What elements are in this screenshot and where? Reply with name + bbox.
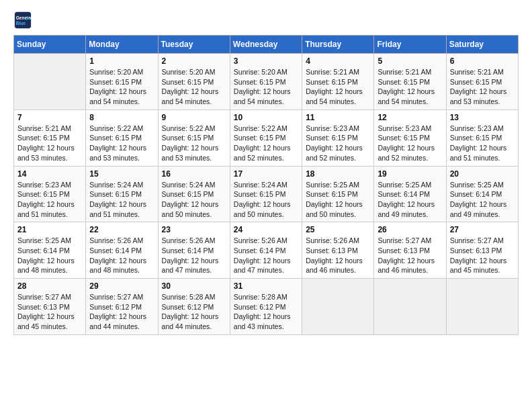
day-info: Sunrise: 5:28 AMSunset: 6:12 PMDaylight:…: [162, 292, 226, 332]
header-cell-monday: Monday: [86, 36, 158, 54]
day-number: 18: [306, 169, 370, 179]
day-info: Sunrise: 5:23 AMSunset: 6:15 PMDaylight:…: [450, 124, 515, 163]
day-info: Sunrise: 5:26 AMSunset: 6:14 PMDaylight:…: [162, 236, 226, 275]
day-number: 21: [17, 225, 82, 234]
day-number: 1: [89, 56, 154, 66]
day-cell: 14Sunrise: 5:23 AMSunset: 6:15 PMDayligh…: [14, 166, 86, 222]
day-number: 16: [162, 169, 226, 179]
header-cell-sunday: Sunday: [14, 36, 86, 54]
day-cell: 24Sunrise: 5:26 AMSunset: 6:14 PMDayligh…: [230, 222, 302, 279]
day-cell: 21Sunrise: 5:25 AMSunset: 6:14 PMDayligh…: [14, 222, 86, 279]
header-cell-thursday: Thursday: [302, 36, 374, 54]
day-info: Sunrise: 5:21 AMSunset: 6:15 PMDaylight:…: [450, 67, 515, 107]
day-info: Sunrise: 5:27 AMSunset: 6:13 PMDaylight:…: [450, 236, 515, 275]
calendar-table: SundayMondayTuesdayWednesdayThursdayFrid…: [13, 35, 519, 335]
day-number: 14: [17, 169, 82, 179]
day-info: Sunrise: 5:20 AMSunset: 6:15 PMDaylight:…: [234, 67, 298, 107]
header-cell-friday: Friday: [374, 36, 446, 54]
day-info: Sunrise: 5:21 AMSunset: 6:15 PMDaylight:…: [306, 67, 370, 107]
day-cell: 20Sunrise: 5:25 AMSunset: 6:14 PMDayligh…: [446, 166, 518, 222]
day-cell: 12Sunrise: 5:23 AMSunset: 6:15 PMDayligh…: [374, 109, 446, 166]
day-number: 3: [234, 56, 298, 66]
day-number: 25: [306, 225, 370, 234]
week-row-4: 21Sunrise: 5:25 AMSunset: 6:14 PMDayligh…: [14, 222, 519, 279]
day-info: Sunrise: 5:26 AMSunset: 6:14 PMDaylight:…: [234, 236, 298, 275]
day-cell: 27Sunrise: 5:27 AMSunset: 6:13 PMDayligh…: [446, 222, 518, 279]
day-info: Sunrise: 5:24 AMSunset: 6:15 PMDaylight:…: [162, 180, 226, 220]
day-number: 20: [450, 169, 515, 179]
day-cell: 6Sunrise: 5:21 AMSunset: 6:15 PMDaylight…: [446, 54, 518, 110]
svg-text:Blue: Blue: [16, 21, 26, 26]
day-number: 13: [450, 113, 515, 122]
day-info: Sunrise: 5:21 AMSunset: 6:15 PMDaylight:…: [17, 124, 82, 163]
header-row: SundayMondayTuesdayWednesdayThursdayFrid…: [14, 36, 519, 54]
header-cell-wednesday: Wednesday: [230, 36, 302, 54]
day-number: 6: [450, 56, 515, 66]
day-number: 19: [378, 169, 442, 179]
day-cell: 11Sunrise: 5:23 AMSunset: 6:15 PMDayligh…: [302, 109, 374, 166]
day-info: Sunrise: 5:23 AMSunset: 6:15 PMDaylight:…: [17, 180, 82, 220]
day-number: 9: [162, 113, 226, 122]
day-info: Sunrise: 5:25 AMSunset: 6:14 PMDaylight:…: [378, 180, 442, 220]
header: General Blue: [13, 11, 519, 30]
day-cell: 4Sunrise: 5:21 AMSunset: 6:15 PMDaylight…: [302, 54, 374, 110]
day-cell: 2Sunrise: 5:20 AMSunset: 6:15 PMDaylight…: [158, 54, 230, 110]
day-cell: 30Sunrise: 5:28 AMSunset: 6:12 PMDayligh…: [158, 279, 230, 335]
day-cell: 29Sunrise: 5:27 AMSunset: 6:12 PMDayligh…: [86, 279, 158, 335]
day-cell: 10Sunrise: 5:22 AMSunset: 6:15 PMDayligh…: [230, 109, 302, 166]
day-cell: 7Sunrise: 5:21 AMSunset: 6:15 PMDaylight…: [14, 109, 86, 166]
day-number: 31: [234, 281, 298, 291]
day-cell: 19Sunrise: 5:25 AMSunset: 6:14 PMDayligh…: [374, 166, 446, 222]
day-info: Sunrise: 5:26 AMSunset: 6:14 PMDaylight:…: [89, 236, 154, 275]
day-number: 30: [162, 281, 226, 291]
day-number: 26: [378, 225, 442, 234]
week-row-1: 1Sunrise: 5:20 AMSunset: 6:15 PMDaylight…: [14, 54, 519, 110]
day-cell: 1Sunrise: 5:20 AMSunset: 6:15 PMDaylight…: [86, 54, 158, 110]
day-cell: 31Sunrise: 5:28 AMSunset: 6:12 PMDayligh…: [230, 279, 302, 335]
day-number: 4: [306, 56, 370, 66]
day-number: 15: [89, 169, 154, 179]
day-number: 23: [162, 225, 226, 234]
day-number: 11: [306, 113, 370, 122]
day-number: 28: [17, 281, 82, 291]
day-info: Sunrise: 5:23 AMSunset: 6:15 PMDaylight:…: [378, 124, 442, 163]
day-info: Sunrise: 5:27 AMSunset: 6:13 PMDaylight:…: [378, 236, 442, 275]
day-cell: 8Sunrise: 5:22 AMSunset: 6:15 PMDaylight…: [86, 109, 158, 166]
day-number: 10: [234, 113, 298, 122]
day-cell: 18Sunrise: 5:25 AMSunset: 6:15 PMDayligh…: [302, 166, 374, 222]
day-info: Sunrise: 5:22 AMSunset: 6:15 PMDaylight:…: [162, 124, 226, 163]
day-info: Sunrise: 5:25 AMSunset: 6:14 PMDaylight:…: [450, 180, 515, 220]
day-cell: 26Sunrise: 5:27 AMSunset: 6:13 PMDayligh…: [374, 222, 446, 279]
day-cell: 9Sunrise: 5:22 AMSunset: 6:15 PMDaylight…: [158, 109, 230, 166]
week-row-2: 7Sunrise: 5:21 AMSunset: 6:15 PMDaylight…: [14, 109, 519, 166]
day-info: Sunrise: 5:20 AMSunset: 6:15 PMDaylight:…: [89, 67, 154, 107]
day-info: Sunrise: 5:21 AMSunset: 6:15 PMDaylight:…: [378, 67, 442, 107]
logo-icon: General Blue: [13, 11, 32, 30]
day-number: 24: [234, 225, 298, 234]
day-cell: 23Sunrise: 5:26 AMSunset: 6:14 PMDayligh…: [158, 222, 230, 279]
week-row-5: 28Sunrise: 5:27 AMSunset: 6:13 PMDayligh…: [14, 279, 519, 335]
day-info: Sunrise: 5:27 AMSunset: 6:12 PMDaylight:…: [89, 292, 154, 332]
day-number: 17: [234, 169, 298, 179]
week-row-3: 14Sunrise: 5:23 AMSunset: 6:15 PMDayligh…: [14, 166, 519, 222]
day-info: Sunrise: 5:22 AMSunset: 6:15 PMDaylight:…: [89, 124, 154, 163]
day-number: 8: [89, 113, 154, 122]
day-info: Sunrise: 5:22 AMSunset: 6:15 PMDaylight:…: [234, 124, 298, 163]
day-cell: 16Sunrise: 5:24 AMSunset: 6:15 PMDayligh…: [158, 166, 230, 222]
day-number: 7: [17, 113, 82, 122]
day-cell: 28Sunrise: 5:27 AMSunset: 6:13 PMDayligh…: [14, 279, 86, 335]
day-number: 22: [89, 225, 154, 234]
day-info: Sunrise: 5:25 AMSunset: 6:14 PMDaylight:…: [17, 236, 82, 275]
day-number: 5: [378, 56, 442, 66]
day-info: Sunrise: 5:27 AMSunset: 6:13 PMDaylight:…: [17, 292, 82, 332]
day-info: Sunrise: 5:28 AMSunset: 6:12 PMDaylight:…: [234, 292, 298, 332]
day-number: 2: [162, 56, 226, 66]
day-cell: [302, 279, 374, 335]
day-info: Sunrise: 5:20 AMSunset: 6:15 PMDaylight:…: [162, 67, 226, 107]
calendar-header: SundayMondayTuesdayWednesdayThursdayFrid…: [14, 36, 519, 54]
day-info: Sunrise: 5:23 AMSunset: 6:15 PMDaylight:…: [306, 124, 370, 163]
day-cell: 17Sunrise: 5:24 AMSunset: 6:15 PMDayligh…: [230, 166, 302, 222]
day-cell: [14, 54, 86, 110]
day-number: 29: [89, 281, 154, 291]
header-cell-saturday: Saturday: [446, 36, 518, 54]
